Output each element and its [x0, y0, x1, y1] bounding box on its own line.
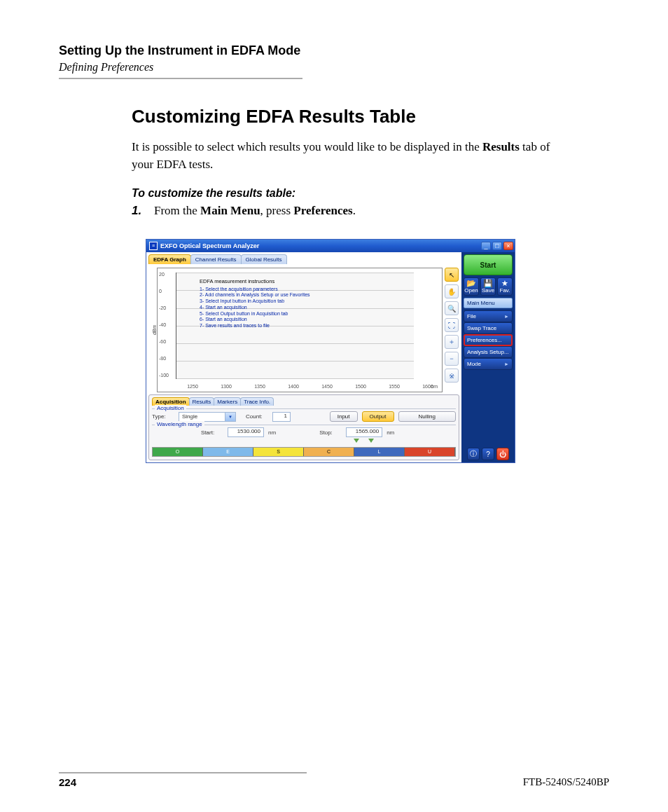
- band-o: O: [153, 448, 203, 456]
- step-text: From the Main Menu, press Preferences.: [154, 204, 356, 218]
- step-number: 1.: [132, 204, 146, 218]
- instr-title: EDFA measurement instructions: [200, 278, 310, 284]
- close-button[interactable]: ×: [503, 242, 513, 250]
- bottom-panel: Acquisition Results Markers Trace Info. …: [148, 394, 459, 460]
- ytick: 20: [159, 272, 165, 277]
- ytick: -20: [159, 305, 166, 310]
- start-button[interactable]: Start: [464, 254, 513, 275]
- menu-item-file[interactable]: File►: [464, 310, 513, 322]
- wavelength-legend: Wavelength range: [155, 421, 204, 427]
- step1-pre: From the: [154, 204, 200, 217]
- app-title: EXFO Optical Spectrum Analyzer: [160, 242, 481, 249]
- stop-label: Stop:: [319, 429, 342, 436]
- star-icon: ★: [501, 280, 508, 287]
- instruction-lead: To customize the results table:: [132, 187, 552, 200]
- input-button[interactable]: Input: [330, 411, 358, 422]
- app-titlebar: ≡ EXFO Optical Spectrum Analyzer _ □ ×: [146, 240, 515, 252]
- chevron-right-icon: ►: [504, 362, 509, 366]
- menu-item-swap-trace[interactable]: Swap Trace: [464, 322, 513, 334]
- menu-item-label: Swap Trace: [467, 325, 496, 331]
- count-label: Count:: [246, 413, 268, 420]
- band-e: E: [203, 448, 253, 456]
- ytick: -60: [159, 339, 166, 344]
- step1-mid: , press: [260, 204, 294, 217]
- page-number: 224: [59, 776, 76, 788]
- info-button[interactable]: ⓘ: [467, 448, 480, 460]
- save-icon: 💾: [483, 280, 493, 287]
- help-button[interactable]: ?: [482, 448, 494, 460]
- zoom-in-tool[interactable]: ＋: [445, 335, 459, 349]
- page-breadcrumb-title: Setting Up the Instrument in EDFA Mode: [59, 43, 609, 58]
- count-input[interactable]: 1: [272, 412, 291, 422]
- menu-item-label: File: [467, 313, 476, 319]
- ytick: -100: [159, 373, 169, 378]
- page-breadcrumb-sub: Defining Preferences: [59, 61, 609, 74]
- footer-model: FTB-5240S/5240BP: [523, 773, 609, 788]
- save-button[interactable]: 💾Save: [480, 277, 496, 296]
- maximize-button[interactable]: □: [492, 242, 502, 250]
- instr-line: 6- Start an acquisition: [200, 317, 310, 323]
- nulling-button[interactable]: Nulling: [398, 411, 456, 422]
- instr-line: 5- Select Output button in Acquisition t…: [200, 311, 310, 317]
- main-menu-header: Main Menu: [464, 298, 513, 308]
- ytick: 0: [159, 289, 162, 294]
- menu-item-mode[interactable]: Mode►: [464, 358, 513, 370]
- step-1: 1. From the Main Menu, press Preferences…: [132, 204, 552, 218]
- xtick: 1550: [389, 384, 400, 389]
- chevron-right-icon: ►: [504, 314, 509, 319]
- stop-input[interactable]: 1565.000: [346, 427, 382, 437]
- step1-b1: Main Menu: [200, 204, 260, 217]
- type-select[interactable]: Single: [179, 412, 236, 422]
- favorites-button[interactable]: ★Fav.: [497, 277, 513, 296]
- instr-line: 1- Select the acquisition parameters: [200, 287, 310, 293]
- type-label: Type:: [152, 413, 174, 420]
- tab-results[interactable]: Results: [189, 397, 215, 406]
- stop-unit: nm: [387, 429, 394, 436]
- band-u: U: [405, 448, 455, 456]
- band-c: C: [304, 448, 354, 456]
- instr-line: 2- Add channels in Analysis Setup or use…: [200, 292, 310, 298]
- tab-markers[interactable]: Markers: [214, 397, 241, 406]
- power-button[interactable]: ⏻: [496, 448, 509, 460]
- fav-label: Fav.: [500, 288, 510, 294]
- zoom-tool[interactable]: 🔍: [445, 301, 459, 315]
- menu-item-label: Preferences...: [467, 337, 502, 343]
- menu-item-label: Analysis Setup...: [467, 349, 509, 355]
- menu-item-label: Mode: [467, 361, 481, 367]
- tab-channel-results[interactable]: Channel Results: [190, 254, 242, 264]
- tab-trace-info[interactable]: Trace Info.: [240, 397, 274, 406]
- start-input[interactable]: 1530.000: [228, 427, 264, 437]
- start-label: Start:: [201, 429, 223, 436]
- xtick: 1300: [221, 384, 232, 389]
- graph-area: 20 0 -20 -40 -60 -80 -100 1250 1300 1350…: [157, 268, 443, 392]
- step1-b2: Preferences: [293, 204, 352, 217]
- graph-tool-strip: ↖ ✋ 🔍 ⛶ ＋ － ※: [444, 268, 459, 392]
- xtick: 1450: [321, 384, 333, 389]
- xtick: 1400: [288, 384, 299, 389]
- ytick: -40: [159, 322, 166, 327]
- zoom-out-tool[interactable]: －: [445, 352, 459, 366]
- output-button[interactable]: Output: [362, 411, 394, 422]
- section-title: Customizing EDFA Results Table: [132, 106, 552, 128]
- intro-text: It is possible to select which results y…: [132, 139, 552, 173]
- top-tabs: EDFA Graph Channel Results Global Result…: [148, 254, 459, 264]
- app-icon: ≡: [149, 242, 158, 250]
- folder-icon: 📂: [466, 280, 476, 287]
- pan-tool[interactable]: ✋: [445, 284, 459, 298]
- stop-slider-handle[interactable]: [368, 439, 374, 443]
- instr-line: 7- Save results and traces to file: [200, 323, 310, 329]
- open-button[interactable]: 📂Open: [464, 277, 479, 296]
- tab-edfa-graph[interactable]: EDFA Graph: [148, 254, 191, 264]
- menu-item-preferences[interactable]: Preferences...: [464, 334, 513, 346]
- menu-item-analysis-setup[interactable]: Analysis Setup...: [464, 346, 513, 358]
- ytick: -80: [159, 356, 166, 361]
- instr-line: 3- Select Input button in Acquisition ta…: [200, 298, 310, 305]
- start-slider-handle[interactable]: [354, 439, 359, 443]
- zoom-fit-tool[interactable]: ⛶: [445, 318, 459, 332]
- graph-instruction-box: EDFA measurement instructions 1- Select …: [200, 278, 310, 329]
- tab-global-results[interactable]: Global Results: [241, 254, 287, 264]
- minimize-button[interactable]: _: [481, 242, 491, 250]
- measure-tool[interactable]: ※: [445, 369, 459, 383]
- type-value: Single: [182, 413, 197, 420]
- pointer-tool[interactable]: ↖: [445, 268, 459, 282]
